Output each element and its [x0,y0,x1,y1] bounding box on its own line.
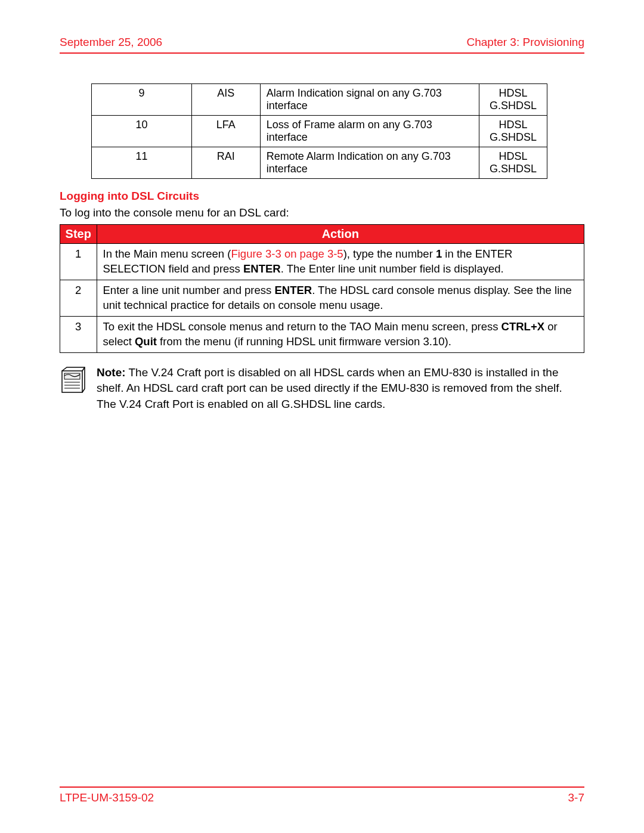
alarm-desc: Loss of Frame alarm on any G.703 interfa… [260,116,479,147]
step-table: Step Action 1 In the Main menu screen (F… [60,224,584,353]
bold-text: Quit [135,335,157,348]
step-header: Step [60,225,97,244]
alarm-types: HDSL G.SHDSL [479,116,547,147]
step-num: 3 [60,316,97,352]
footer-page-num: 3-7 [568,791,584,804]
note-body: The V.24 Craft port is disabled on all H… [97,366,562,410]
table-row: 1 In the Main menu screen (Figure 3-3 on… [60,244,584,280]
page: September 25, 2006 Chapter 3: Provisioni… [0,0,644,833]
alarm-types: HDSL G.SHDSL [479,147,547,179]
alarm-types: HDSL G.SHDSL [479,84,547,116]
note-label: Note: [97,366,126,379]
alarm-code: LFA [192,116,261,147]
table-row: 3 To exit the HDSL console menus and ret… [60,316,584,352]
note-text: Note: The V.24 Craft port is disabled on… [97,365,584,413]
footer-doc-id: LTPE-UM-3159-02 [60,791,154,804]
page-header: September 25, 2006 Chapter 3: Provisioni… [60,36,584,54]
alarm-desc: Remote Alarm Indication on any G.703 int… [260,147,479,179]
page-footer: LTPE-UM-3159-02 3-7 [60,786,584,804]
text: In the Main menu screen ( [103,247,231,260]
bold-text: CTRL+X [501,320,544,333]
note-icon [60,366,86,397]
bold-text: ENTER [274,284,312,296]
note-block: Note: The V.24 Craft port is disabled on… [60,365,584,413]
step-num: 2 [60,280,97,316]
table-header-row: Step Action [60,225,584,244]
text: . The Enter line unit number field is di… [281,262,504,275]
step-action: In the Main menu screen (Figure 3-3 on p… [97,244,584,280]
action-header: Action [97,225,584,244]
bold-text: ENTER [243,262,281,275]
table-row: 11 RAI Remote Alarm Indication on any G.… [91,147,547,179]
text: To exit the HDSL console menus and retur… [103,320,501,333]
text: Enter a line unit number and press [103,284,275,296]
text: from the menu (if running HDSL unit firm… [157,335,451,348]
cross-reference-link[interactable]: Figure 3-3 on page 3-5 [231,247,343,260]
alarm-num: 10 [91,116,191,147]
bold-text: 1 [436,247,442,260]
header-chapter: Chapter 3: Provisioning [467,36,585,49]
table-row: 10 LFA Loss of Frame alarm on any G.703 … [91,116,547,147]
alarm-desc: Alarm Indication signal on any G.703 int… [260,84,479,116]
step-action: To exit the HDSL console menus and retur… [97,316,584,352]
alarm-code: AIS [192,84,261,116]
text: ), type the number [343,247,436,260]
step-action: Enter a line unit number and press ENTER… [97,280,584,316]
table-row: 2 Enter a line unit number and press ENT… [60,280,584,316]
intro-text: To log into the console menu for an DSL … [60,206,584,219]
section-heading: Logging into DSL Circuits [60,190,584,203]
alarm-num: 11 [91,147,191,179]
alarm-num: 9 [91,84,191,116]
step-num: 1 [60,244,97,280]
header-date: September 25, 2006 [60,36,162,49]
alarm-code: RAI [192,147,261,179]
alarm-table: 9 AIS Alarm Indication signal on any G.7… [91,83,548,179]
table-row: 9 AIS Alarm Indication signal on any G.7… [91,84,547,116]
